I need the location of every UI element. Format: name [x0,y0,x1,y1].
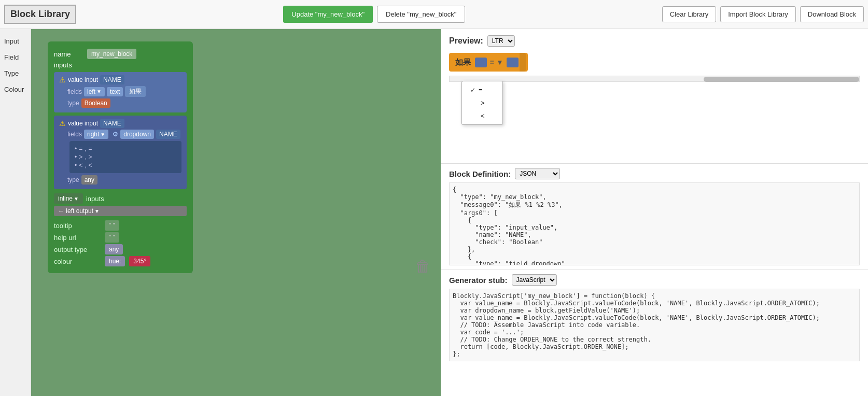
block-definition-section: Block Definition: JSON JavaScript { "typ… [441,164,868,270]
chevron-down-icon-3: ▼ [74,196,79,202]
block-def-format-select[interactable]: JSON JavaScript [515,168,560,179]
dropdown-option-gt[interactable]: > [462,96,502,109]
inputs-row: inputs [54,61,187,69]
name-label: name [54,50,85,58]
vi1-name-chip[interactable]: NAME [100,75,124,84]
scrollbar-thumb [704,77,859,82]
vi2-type-row: type any [67,175,181,185]
block-def-header: Block Definition: JSON JavaScript [449,168,860,179]
dropdown-options-block: • = , = • > , > • < [69,141,181,173]
inline-section: inline ▼ inputs [54,193,187,204]
trash-area: 🗑 [415,258,430,275]
help-url-label: help url [54,234,101,242]
inputs-label-2: inputs [86,195,104,203]
sidebar-item-colour[interactable]: Colour [0,81,31,97]
generator-header: Generator stub: JavaScript Python [449,274,860,286]
block-def-code[interactable]: { "type": "my_new_block", "message0": "如… [449,182,860,265]
block-chinese-text: 如果 [452,58,474,67]
left-output-section: ← left output ▼ [54,206,187,216]
vi2-dd-label: dropdown [120,130,154,139]
vi1-direction-select[interactable]: left ▼ [84,87,105,96]
left-output-chip[interactable]: ← left output ▼ [54,206,187,216]
check-icon: ✓ [470,87,475,94]
hue-value[interactable]: 345° [129,256,150,266]
inputs-label: inputs [54,61,85,69]
gear-icon: ⚙ [113,131,118,138]
sidebar-item-input[interactable]: Input [0,33,31,49]
preview-section: Preview: LTR RTL 如果 = ▼ [441,29,868,164]
trash-icon: 🗑 [415,258,430,275]
vi1-fields-row: fields left ▼ text 如果 [67,86,181,97]
vi1-type-value[interactable]: Boolean [81,98,110,108]
output-type-label: output type [54,246,101,253]
preview-block: 如果 = ▼ [449,53,528,72]
chevron-down-icon-2: ▼ [100,132,105,137]
colour-label: colour [54,258,101,265]
delete-block-button[interactable]: Delete "my_new_block" [377,6,465,23]
output-type-row: output type any [54,244,187,254]
generator-stub-section: Generator stub: JavaScript Python Blockl… [441,270,868,396]
block-workspace: name my_new_block inputs ⚠ value input N… [31,29,441,286]
name-row: name my_new_block [54,49,187,59]
vi1-type-label: type [67,100,79,107]
header-right-actions: Clear Library Import Block Library Downl… [662,6,864,22]
import-library-button[interactable]: Import Block Library [720,6,796,22]
preview-scrollbar[interactable] [449,76,860,82]
download-block-button[interactable]: Download Block [800,6,864,22]
output-type-value[interactable]: any [105,244,123,254]
main-block: name my_new_block inputs ⚠ value input N… [48,41,193,273]
vi1-label: value input [68,76,98,83]
help-url-value[interactable]: " " [105,232,119,243]
generator-code[interactable]: Blockly.JavaScript['my_new_block'] = fun… [449,289,860,361]
block-input-slot [475,58,487,67]
vi1-text-value[interactable]: 如果 [125,86,146,97]
vi2-type-value[interactable]: any [81,175,97,185]
chevron-down-icon-4: ▼ [94,208,100,214]
clear-library-button[interactable]: Clear Library [662,6,716,22]
block-def-title: Block Definition: [449,169,511,178]
tooltip-value[interactable]: " " [105,220,119,231]
hue-label: hue: [105,256,125,266]
vi2-direction-select[interactable]: right ▼ [84,130,108,139]
dropdown-option-lt[interactable]: < [462,109,502,122]
dropdown-option-equals[interactable]: ✓ = [462,83,502,96]
vi2-type-label: type [67,176,79,183]
vi2-dd-name[interactable]: NAME [156,130,180,139]
value-input-2: ⚠ value input NAME fields right ▼ ⚙ drop… [54,116,187,189]
vi2-fields-label: fields [67,131,82,138]
chevron-down-icon: ▼ [96,89,102,94]
vi1-fields-label: fields [67,88,82,95]
sidebar: Input Field Type Colour [0,29,31,396]
inline-chip[interactable]: inline ▼ [54,193,83,204]
value-input-1: ⚠ value input NAME fields left ▼ text 如果 [54,72,187,112]
generator-language-select[interactable]: JavaScript Python [512,274,557,286]
sidebar-item-field[interactable]: Field [0,49,31,65]
right-panel: Preview: LTR RTL 如果 = ▼ [441,29,868,396]
inline-row: inline ▼ inputs [54,193,187,204]
vi2-label: value input [68,120,98,127]
vi2-header: ⚠ value input NAME [59,119,181,128]
vi1-header: ⚠ value input NAME [59,75,181,84]
tooltip-label: tooltip [54,222,101,230]
header-center-actions: Update "my_new_block" Delete "my_new_blo… [87,6,662,23]
block-name-field[interactable]: my_new_block [87,49,136,59]
update-block-button[interactable]: Update "my_new_block" [283,6,373,23]
dropdown-popup: ✓ = > < [461,81,503,125]
help-url-row: help url " " [54,232,187,243]
tooltip-row: tooltip " " [54,220,187,231]
block-equals-connector: = ▼ [488,58,506,66]
vi2-name-chip[interactable]: NAME [100,119,124,128]
sidebar-item-type[interactable]: Type [0,65,31,81]
preview-title: Preview: [449,36,483,46]
block-input-slot-2 [507,58,519,67]
main-layout: Input Field Type Colour name my_new_bloc… [0,29,868,396]
dd-option-3: • < , < [75,162,176,169]
block-editor: name my_new_block inputs ⚠ value input N… [31,29,441,396]
block-right-end [520,53,526,72]
page-title: Block Library [4,5,76,24]
warning-icon-2: ⚠ [59,119,66,128]
vi1-text-label: text [107,87,123,96]
ltr-select[interactable]: LTR RTL [487,35,515,47]
meta-section: tooltip " " help url " " output type any… [54,220,187,266]
vi2-fields-row: fields right ▼ ⚙ dropdown NAME [67,130,181,139]
